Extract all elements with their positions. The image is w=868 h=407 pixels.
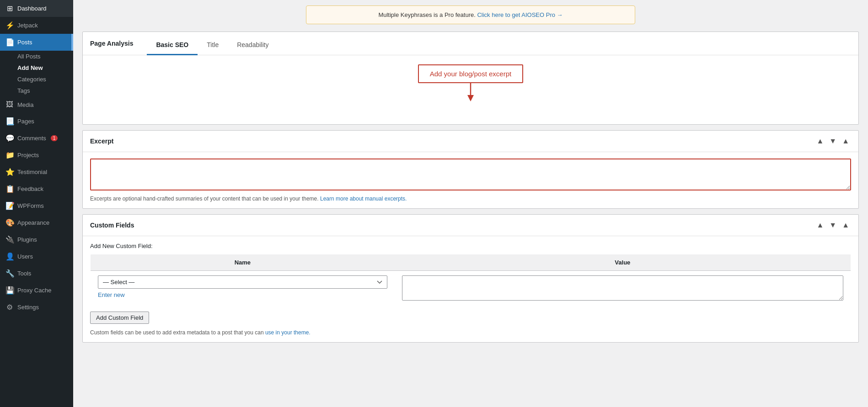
custom-fields-panel: Custom Fields ▲ ▼ ▲ Add New Custom Field… xyxy=(82,214,859,343)
sidebar-item-appearance[interactable]: 🎨 Appearance xyxy=(0,214,73,231)
pages-icon: 📃 xyxy=(5,117,14,126)
cf-use-in-theme-link[interactable]: use in your theme. xyxy=(265,329,311,336)
cf-name-select[interactable]: — Select — xyxy=(98,275,387,289)
users-icon: 👤 xyxy=(5,252,14,261)
sidebar-item-label: Settings xyxy=(17,304,39,311)
excerpt-up-button[interactable]: ▲ xyxy=(814,136,825,146)
sidebar-item-label: Feedback xyxy=(17,185,43,192)
sidebar-item-settings[interactable]: ⚙ Settings xyxy=(0,299,73,316)
tab-basic-seo[interactable]: Basic SEO xyxy=(147,37,198,55)
comments-badge: 1 xyxy=(51,135,58,141)
page-analysis-panel: Page Analysis Basic SEO Title Readabilit… xyxy=(82,32,859,125)
cf-table-row: — Select — Enter new xyxy=(91,271,851,307)
pro-notice-banner: Multiple Keyphrases is a Pro feature. Cl… xyxy=(306,5,635,24)
callout-text: Add your blog/post excerpt xyxy=(430,70,511,78)
sidebar-item-proxy-cache[interactable]: 💾 Proxy Cache xyxy=(0,282,73,299)
excerpt-body: Excerpts are optional hand-crafted summa… xyxy=(83,152,858,208)
callout-arrow-icon xyxy=(466,83,475,101)
sidebar-item-label: Testimonial xyxy=(17,169,47,175)
sidebar-item-label: Appearance xyxy=(17,219,49,226)
media-icon: 🖼 xyxy=(5,100,14,109)
sidebar-item-testimonial[interactable]: ⭐ Testimonial xyxy=(0,164,73,180)
custom-fields-title: Custom Fields xyxy=(90,222,134,229)
sidebar-item-jetpack[interactable]: ⚡ Jetpack xyxy=(0,17,73,34)
sidebar-item-label: Plugins xyxy=(17,236,37,243)
sidebar-item-feedback[interactable]: 📋 Feedback xyxy=(0,180,73,197)
cf-value-textarea[interactable] xyxy=(402,275,843,301)
sidebar-sub-add-new[interactable]: Add New xyxy=(0,62,73,74)
sidebar-item-posts[interactable]: 📄 Posts xyxy=(0,34,73,51)
sidebar-item-label: Jetpack xyxy=(17,22,38,29)
cf-collapse-button[interactable]: ▲ xyxy=(840,220,851,230)
excerpt-controls: ▲ ▼ ▲ xyxy=(814,136,851,146)
pro-notice-link[interactable]: Click here to get AIOSEO Pro → xyxy=(477,11,563,18)
tab-readability[interactable]: Readability xyxy=(228,37,278,55)
posts-icon: 📄 xyxy=(5,38,14,47)
excerpt-header: Excerpt ▲ ▼ ▲ xyxy=(83,131,858,152)
sidebar-item-label: Proxy Cache xyxy=(17,287,51,294)
sidebar-item-dashboard[interactable]: ⊞ Dashboard xyxy=(0,0,73,17)
sidebar-item-plugins[interactable]: 🔌 Plugins xyxy=(0,231,73,248)
cf-enter-new-link[interactable]: Enter new xyxy=(98,291,125,298)
svg-marker-1 xyxy=(467,95,474,101)
add-custom-field-button[interactable]: Add Custom Field xyxy=(90,312,149,324)
excerpt-textarea[interactable] xyxy=(90,159,851,190)
proxy-cache-icon: 💾 xyxy=(5,286,14,295)
sidebar-item-projects[interactable]: 📁 Projects xyxy=(0,147,73,164)
sidebar-item-tools[interactable]: 🔧 Tools xyxy=(0,265,73,282)
sidebar-item-label: Pages xyxy=(17,118,34,125)
custom-fields-header: Custom Fields ▲ ▼ ▲ xyxy=(83,215,858,236)
excerpt-learn-more-link[interactable]: Learn more about manual excerpts. xyxy=(320,196,407,202)
cf-table-header-row: Name Value xyxy=(91,254,851,271)
page-analysis-title: Page Analysis xyxy=(90,40,133,53)
callout-box: Add your blog/post excerpt xyxy=(418,64,523,83)
jetpack-icon: ⚡ xyxy=(5,21,14,30)
cf-value-cell xyxy=(395,271,851,307)
sidebar-item-label: Projects xyxy=(17,152,39,159)
tools-icon: 🔧 xyxy=(5,269,14,278)
comments-icon: 💬 xyxy=(5,134,14,143)
sidebar-item-label: Tools xyxy=(17,270,31,277)
plugins-icon: 🔌 xyxy=(5,235,14,244)
cf-down-button[interactable]: ▼ xyxy=(827,220,838,230)
sidebar-item-label: Posts xyxy=(17,39,32,46)
projects-icon: 📁 xyxy=(5,151,14,159)
feedback-icon: 📋 xyxy=(5,185,14,193)
wpforms-icon: 📝 xyxy=(5,201,14,210)
sidebar-item-label: Comments xyxy=(17,135,46,142)
sidebar: ⊞ Dashboard ⚡ Jetpack 📄 Posts All Posts … xyxy=(0,0,73,407)
excerpt-note: Excerpts are optional hand-crafted summa… xyxy=(90,196,851,202)
cf-footer-note: Custom fields can be used to add extra m… xyxy=(90,329,851,336)
cf-up-button[interactable]: ▲ xyxy=(814,220,825,230)
sidebar-item-pages[interactable]: 📃 Pages xyxy=(0,113,73,130)
settings-icon: ⚙ xyxy=(5,303,14,312)
excerpt-title: Excerpt xyxy=(90,137,113,145)
sidebar-item-label: Users xyxy=(17,253,33,260)
tabs-row: Basic SEO Title Readability xyxy=(147,37,278,55)
cf-name-cell: — Select — Enter new xyxy=(91,271,395,307)
page-analysis-header: Page Analysis Basic SEO Title Readabilit… xyxy=(83,32,858,55)
sidebar-item-label: Dashboard xyxy=(17,5,47,12)
sidebar-item-label: Media xyxy=(17,101,33,108)
excerpt-collapse-button[interactable]: ▲ xyxy=(840,136,851,146)
custom-fields-controls: ▲ ▼ ▲ xyxy=(814,220,851,230)
sidebar-item-users[interactable]: 👤 Users xyxy=(0,248,73,265)
sidebar-item-media[interactable]: 🖼 Media xyxy=(0,96,73,113)
sidebar-item-wpforms[interactable]: 📝 WPForms xyxy=(0,197,73,214)
sidebar-item-label: WPForms xyxy=(17,202,44,209)
cf-value-header: Value xyxy=(395,254,851,271)
cf-name-header: Name xyxy=(91,254,395,271)
testimonial-icon: ⭐ xyxy=(5,168,14,176)
dashboard-icon: ⊞ xyxy=(5,4,14,13)
sidebar-sub-all-posts[interactable]: All Posts xyxy=(0,51,73,62)
pro-notice-text: Multiple Keyphrases is a Pro feature. xyxy=(378,11,475,18)
main-content: Multiple Keyphrases is a Pro feature. Cl… xyxy=(73,0,868,407)
custom-fields-table: Name Value — Select — Enter new xyxy=(90,254,851,307)
sidebar-sub-tags[interactable]: Tags xyxy=(0,85,73,96)
excerpt-down-button[interactable]: ▼ xyxy=(827,136,838,146)
appearance-icon: 🎨 xyxy=(5,218,14,227)
sidebar-sub-categories[interactable]: Categories xyxy=(0,74,73,85)
sidebar-item-comments[interactable]: 💬 Comments 1 xyxy=(0,130,73,147)
custom-fields-body: Add New Custom Field: Name Value — Selec… xyxy=(83,236,858,342)
tab-title[interactable]: Title xyxy=(198,37,228,55)
